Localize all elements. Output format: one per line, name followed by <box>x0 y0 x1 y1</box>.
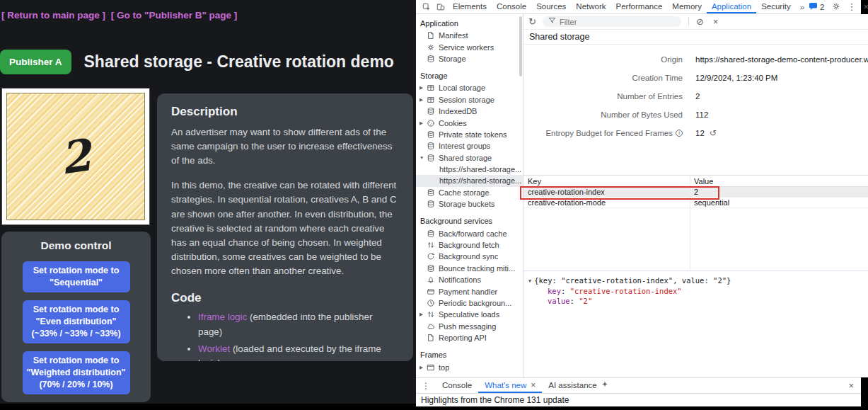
publisher-badge: Publisher A <box>0 50 71 74</box>
set-weighted-distribution-button[interactable]: Set rotation mode to "Weighted distribut… <box>23 351 130 394</box>
worklet-link[interactable]: Worklet <box>198 343 230 354</box>
info-icon[interactable]: i <box>676 130 683 137</box>
sidebar-item-label: Payment handler <box>439 287 497 296</box>
sidebar-section-frames: Frames <box>416 343 523 361</box>
close-tab-icon[interactable]: × <box>531 378 536 393</box>
sidebar-item-periodic-background-sync[interactable]: Periodic backgroun... <box>416 297 523 309</box>
tab-memory[interactable]: Memory <box>667 0 707 13</box>
column-divider[interactable] <box>690 176 690 271</box>
sidebar-item-speculative-loads[interactable]: ▶ Speculative loads <box>416 309 523 320</box>
table-row-creative-rotation-index[interactable]: creative-rotation-index 2 <box>523 187 868 198</box>
sidebar-item-service-workers[interactable]: Service workers <box>416 41 523 52</box>
return-to-main-link[interactable]: [ Return to main page ] <box>1 10 105 21</box>
cell-key: creative-rotation-mode <box>523 198 690 207</box>
sidebar-item-payment-handler[interactable]: Payment handler <box>416 285 523 297</box>
file-icon <box>426 334 435 342</box>
drawer-tab-whats-new[interactable]: What's new × <box>478 378 542 393</box>
tab-performance[interactable]: Performance <box>611 0 668 13</box>
button-line: (~33% / ~33% / ~33%) <box>31 329 120 338</box>
devtools-drawer: ⋮ Console What's new × AI assistance × <box>416 377 861 393</box>
devtools-tabbar: Elements Console Sources Network Perform… <box>416 0 861 14</box>
collapse-triangle-icon[interactable]: ▼ <box>528 276 531 286</box>
sidebar-item-back-forward-cache[interactable]: Back/forward cache <box>416 227 523 239</box>
tab-elements[interactable]: Elements <box>448 0 492 13</box>
sidebar-item-background-fetch[interactable]: Background fetch <box>416 239 523 251</box>
set-sequential-button[interactable]: Set rotation mode to "Sequential" <box>23 261 130 292</box>
delete-selected-icon[interactable]: × <box>713 17 719 26</box>
settings-gear-icon[interactable] <box>832 2 840 12</box>
bell-icon <box>426 275 435 284</box>
go-to-publisher-b-link[interactable]: [ Go to "Publisher B" page ] <box>111 10 238 21</box>
sidebar-item-session-storage[interactable]: ▶ Session storage <box>416 94 523 106</box>
table-header-row: Key Value <box>523 176 868 187</box>
sidebar-item-label: Background fetch <box>439 241 499 249</box>
iframe-logic-link[interactable]: Iframe logic <box>198 312 247 322</box>
drawer-tab-ai-assistance[interactable]: AI assistance <box>542 378 614 393</box>
filter-field[interactable] <box>543 16 681 27</box>
drawer-tab-console[interactable]: Console <box>436 378 478 393</box>
property-name: key <box>548 287 561 295</box>
set-even-distribution-button[interactable]: Set rotation mode to "Even distribution"… <box>23 300 130 343</box>
sidebar-item-private-state-tokens[interactable]: Private state tokens <box>416 129 523 140</box>
reset-budget-icon[interactable]: ↺ <box>710 129 717 137</box>
issues-counter[interactable]: 2 <box>809 2 824 12</box>
sidebar-item-label: Periodic backgroun... <box>439 299 511 307</box>
cell-value: 2 <box>690 187 868 197</box>
inspect-element-icon[interactable] <box>422 3 431 11</box>
collapse-arrow-icon[interactable]: ▼ <box>419 155 426 160</box>
publisher-page: [ Return to main page ] [ Go to "Publish… <box>0 0 416 404</box>
sidebar-item-background-sync[interactable]: Background sync <box>416 251 523 262</box>
sidebar-item-top-frame[interactable]: ▶ top <box>416 361 523 372</box>
sidebar-item-shared-storage[interactable]: ▼ Shared storage <box>416 152 523 164</box>
sidebar-item-interest-groups[interactable]: Interest groups <box>416 140 523 152</box>
sidebar-item-local-storage[interactable]: ▶ Local storage <box>416 82 523 93</box>
sidebar-item-notifications[interactable]: Notifications <box>416 274 523 285</box>
sidebar-item-push-messaging[interactable]: Push messaging <box>416 321 523 332</box>
device-toolbar-icon[interactable] <box>436 3 445 11</box>
filter-funnel-icon <box>548 17 556 26</box>
column-header-value[interactable]: Value <box>690 176 868 187</box>
tab-application[interactable]: Application <box>707 0 756 13</box>
drawer-close-icon[interactable]: × <box>848 380 861 391</box>
preview-property-key[interactable]: key: "creative-rotation-index" <box>528 286 868 296</box>
sidebar-item-manifest[interactable]: Manifest <box>416 30 523 41</box>
tab-security[interactable]: Security <box>756 0 796 13</box>
tab-sources[interactable]: Sources <box>531 0 571 13</box>
sidebar-item-label: Cache storage <box>439 188 490 197</box>
sidebar-item-reporting-api[interactable]: Reporting API <box>416 332 523 343</box>
refresh-icon[interactable]: ↻ <box>528 17 536 26</box>
table-row-creative-rotation-mode[interactable]: creative-rotation-mode sequential <box>523 198 868 208</box>
tab-network[interactable]: Network <box>571 0 611 13</box>
expand-arrow-icon[interactable]: ▶ <box>419 85 426 91</box>
property-separator: : <box>561 287 570 295</box>
expand-arrow-icon[interactable]: ▶ <box>419 97 426 103</box>
code-links-list: Iframe logic (embedded into the publishe… <box>198 310 399 361</box>
sidebar-item-indexeddb[interactable]: IndexedDB <box>416 106 523 117</box>
expand-arrow-icon[interactable]: ▶ <box>419 312 426 317</box>
clear-entries-icon[interactable]: ⊘ <box>696 17 704 26</box>
drawer-kebab-menu-icon[interactable]: ⋮ <box>416 381 436 391</box>
devtools-close-icon[interactable]: × <box>864 2 868 11</box>
expand-arrow-icon[interactable]: ▶ <box>419 365 426 370</box>
sidebar-item-cache-storage[interactable]: Cache storage <box>416 187 523 198</box>
sidebar-item-cookies[interactable]: ▶ Cookies <box>416 117 523 128</box>
preview-property-value[interactable]: value: "2" <box>528 296 868 306</box>
sidebar-item-shared-storage-origin-2-selected[interactable]: https://shared-storage... <box>416 175 523 186</box>
tab-console[interactable]: Console <box>492 0 531 13</box>
sidebar-item-storage[interactable]: Storage <box>416 53 523 64</box>
devtools-kebab-menu-icon[interactable]: ⋮ <box>847 2 857 11</box>
filter-input[interactable] <box>560 18 659 26</box>
cookie-icon <box>426 119 435 127</box>
sidebar-item-shared-storage-origin-1[interactable]: https://shared-storage... <box>416 164 523 175</box>
sidebar-item-label: Bounce tracking miti... <box>439 264 515 273</box>
preview-summary-line: ▼{key: "creative-rotation-index", value:… <box>528 275 868 286</box>
column-header-key[interactable]: Key <box>523 176 690 187</box>
expand-arrow-icon[interactable]: ▶ <box>419 120 426 126</box>
arrows-up-down-icon <box>426 241 435 249</box>
sidebar-item-bounce-tracking-mitigations[interactable]: Bounce tracking miti... <box>416 263 523 274</box>
shared-storage-view: ↻ ⊘ × Shared storage Origin https://shar… <box>523 14 868 377</box>
more-tabs-icon[interactable]: » <box>796 3 809 11</box>
sidebar-scrollbar[interactable] <box>519 16 522 76</box>
sidebar-item-storage-buckets[interactable]: Storage buckets <box>416 198 523 210</box>
whats-new-headline[interactable]: Highlights from the Chrome 131 update <box>421 395 569 405</box>
